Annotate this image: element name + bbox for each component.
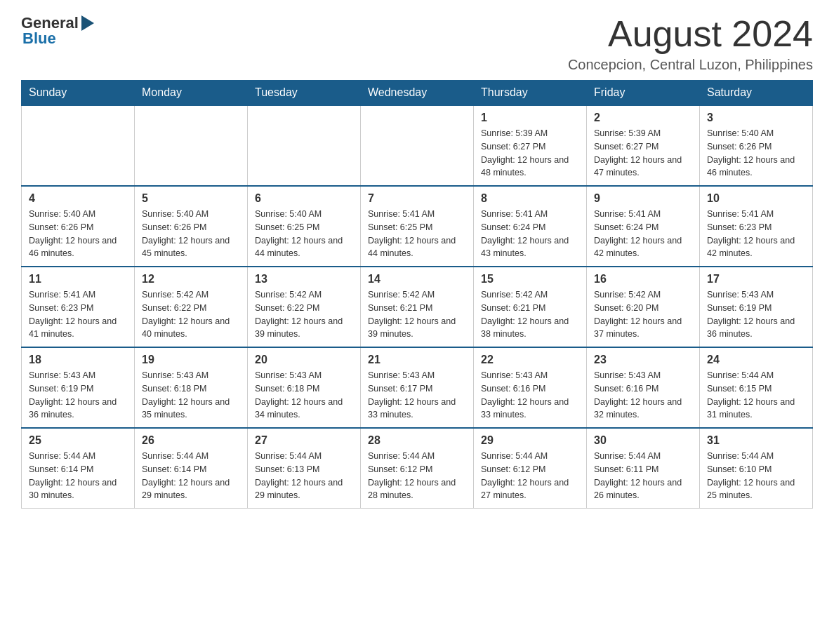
day-header-wednesday: Wednesday bbox=[361, 81, 474, 106]
calendar-cell: 9Sunrise: 5:41 AMSunset: 6:24 PMDaylight… bbox=[587, 186, 700, 267]
calendar-cell: 18Sunrise: 5:43 AMSunset: 6:19 PMDayligh… bbox=[22, 347, 135, 428]
day-header-friday: Friday bbox=[587, 81, 700, 106]
calendar-cell: 16Sunrise: 5:42 AMSunset: 6:20 PMDayligh… bbox=[587, 267, 700, 347]
day-number: 13 bbox=[255, 273, 353, 286]
day-number: 23 bbox=[594, 354, 692, 366]
day-info: Sunrise: 5:39 AMSunset: 6:27 PMDaylight:… bbox=[481, 127, 579, 180]
day-number: 5 bbox=[142, 192, 240, 205]
day-number: 24 bbox=[707, 354, 805, 366]
day-number: 8 bbox=[481, 192, 579, 205]
day-info: Sunrise: 5:40 AMSunset: 6:26 PMDaylight:… bbox=[142, 208, 240, 260]
day-number: 26 bbox=[142, 434, 240, 447]
logo: General Blue bbox=[21, 14, 94, 48]
day-info: Sunrise: 5:39 AMSunset: 6:27 PMDaylight:… bbox=[594, 127, 692, 180]
calendar-cell: 6Sunrise: 5:40 AMSunset: 6:25 PMDaylight… bbox=[248, 186, 361, 267]
day-info: Sunrise: 5:41 AMSunset: 6:25 PMDaylight:… bbox=[368, 208, 466, 260]
svg-marker-0 bbox=[81, 15, 94, 31]
day-info: Sunrise: 5:44 AMSunset: 6:12 PMDaylight:… bbox=[481, 450, 579, 502]
day-number: 22 bbox=[481, 354, 579, 366]
page-header: General Blue August 2024 Concepcion, Cen… bbox=[21, 14, 813, 73]
calendar-cell: 22Sunrise: 5:43 AMSunset: 6:16 PMDayligh… bbox=[474, 347, 587, 428]
day-info: Sunrise: 5:41 AMSunset: 6:24 PMDaylight:… bbox=[594, 208, 692, 260]
day-info: Sunrise: 5:43 AMSunset: 6:19 PMDaylight:… bbox=[707, 288, 805, 341]
day-number: 28 bbox=[368, 434, 466, 447]
day-number: 6 bbox=[255, 192, 353, 205]
day-header-monday: Monday bbox=[135, 81, 248, 106]
calendar-week-row: 18Sunrise: 5:43 AMSunset: 6:19 PMDayligh… bbox=[22, 347, 813, 428]
calendar-cell: 21Sunrise: 5:43 AMSunset: 6:17 PMDayligh… bbox=[361, 347, 474, 428]
calendar-cell: 23Sunrise: 5:43 AMSunset: 6:16 PMDayligh… bbox=[587, 347, 700, 428]
calendar-week-row: 4Sunrise: 5:40 AMSunset: 6:26 PMDaylight… bbox=[22, 186, 813, 267]
day-number: 30 bbox=[594, 434, 692, 447]
day-info: Sunrise: 5:43 AMSunset: 6:16 PMDaylight:… bbox=[481, 369, 579, 422]
day-number: 1 bbox=[481, 112, 579, 124]
calendar-cell: 8Sunrise: 5:41 AMSunset: 6:24 PMDaylight… bbox=[474, 186, 587, 267]
day-number: 3 bbox=[707, 112, 805, 124]
day-info: Sunrise: 5:44 AMSunset: 6:11 PMDaylight:… bbox=[594, 450, 692, 502]
day-info: Sunrise: 5:44 AMSunset: 6:15 PMDaylight:… bbox=[707, 369, 805, 422]
calendar-cell: 10Sunrise: 5:41 AMSunset: 6:23 PMDayligh… bbox=[700, 186, 813, 267]
day-header-sunday: Sunday bbox=[22, 81, 135, 106]
logo-arrow-icon bbox=[80, 15, 94, 31]
logo-text-blue: Blue bbox=[22, 29, 56, 48]
calendar-cell: 25Sunrise: 5:44 AMSunset: 6:14 PMDayligh… bbox=[22, 428, 135, 509]
day-info: Sunrise: 5:43 AMSunset: 6:18 PMDaylight:… bbox=[255, 369, 353, 422]
day-info: Sunrise: 5:42 AMSunset: 6:20 PMDaylight:… bbox=[594, 288, 692, 341]
day-number: 12 bbox=[142, 273, 240, 286]
day-number: 11 bbox=[29, 273, 127, 286]
day-number: 19 bbox=[142, 354, 240, 366]
day-info: Sunrise: 5:41 AMSunset: 6:23 PMDaylight:… bbox=[707, 208, 805, 260]
day-info: Sunrise: 5:43 AMSunset: 6:17 PMDaylight:… bbox=[368, 369, 466, 422]
calendar-cell bbox=[135, 105, 248, 186]
day-info: Sunrise: 5:44 AMSunset: 6:14 PMDaylight:… bbox=[29, 450, 127, 502]
day-info: Sunrise: 5:40 AMSunset: 6:26 PMDaylight:… bbox=[707, 127, 805, 180]
calendar-cell: 11Sunrise: 5:41 AMSunset: 6:23 PMDayligh… bbox=[22, 267, 135, 347]
title-section: August 2024 Concepcion, Central Luzon, P… bbox=[568, 14, 813, 73]
day-info: Sunrise: 5:41 AMSunset: 6:23 PMDaylight:… bbox=[29, 288, 127, 341]
day-number: 4 bbox=[29, 192, 127, 205]
calendar-cell bbox=[248, 105, 361, 186]
day-number: 16 bbox=[594, 273, 692, 286]
calendar-cell: 24Sunrise: 5:44 AMSunset: 6:15 PMDayligh… bbox=[700, 347, 813, 428]
calendar-cell bbox=[361, 105, 474, 186]
day-number: 14 bbox=[368, 273, 466, 286]
calendar-cell: 1Sunrise: 5:39 AMSunset: 6:27 PMDaylight… bbox=[474, 105, 587, 186]
calendar-cell: 26Sunrise: 5:44 AMSunset: 6:14 PMDayligh… bbox=[135, 428, 248, 509]
day-info: Sunrise: 5:44 AMSunset: 6:12 PMDaylight:… bbox=[368, 450, 466, 502]
day-number: 2 bbox=[594, 112, 692, 124]
day-number: 10 bbox=[707, 192, 805, 205]
day-info: Sunrise: 5:44 AMSunset: 6:14 PMDaylight:… bbox=[142, 450, 240, 502]
location-title: Concepcion, Central Luzon, Philippines bbox=[568, 57, 813, 73]
day-number: 31 bbox=[707, 434, 805, 447]
day-number: 17 bbox=[707, 273, 805, 286]
days-of-week-row: SundayMondayTuesdayWednesdayThursdayFrid… bbox=[22, 81, 813, 106]
calendar-week-row: 11Sunrise: 5:41 AMSunset: 6:23 PMDayligh… bbox=[22, 267, 813, 347]
day-info: Sunrise: 5:44 AMSunset: 6:10 PMDaylight:… bbox=[707, 450, 805, 502]
day-number: 29 bbox=[481, 434, 579, 447]
day-number: 9 bbox=[594, 192, 692, 205]
day-info: Sunrise: 5:42 AMSunset: 6:21 PMDaylight:… bbox=[368, 288, 466, 341]
calendar-table: SundayMondayTuesdayWednesdayThursdayFrid… bbox=[21, 80, 813, 509]
calendar-cell: 17Sunrise: 5:43 AMSunset: 6:19 PMDayligh… bbox=[700, 267, 813, 347]
calendar-cell: 2Sunrise: 5:39 AMSunset: 6:27 PMDaylight… bbox=[587, 105, 700, 186]
calendar-cell: 13Sunrise: 5:42 AMSunset: 6:22 PMDayligh… bbox=[248, 267, 361, 347]
calendar-cell: 30Sunrise: 5:44 AMSunset: 6:11 PMDayligh… bbox=[587, 428, 700, 509]
day-info: Sunrise: 5:42 AMSunset: 6:21 PMDaylight:… bbox=[481, 288, 579, 341]
day-header-thursday: Thursday bbox=[474, 81, 587, 106]
day-number: 15 bbox=[481, 273, 579, 286]
day-info: Sunrise: 5:44 AMSunset: 6:13 PMDaylight:… bbox=[255, 450, 353, 502]
day-number: 7 bbox=[368, 192, 466, 205]
day-info: Sunrise: 5:40 AMSunset: 6:25 PMDaylight:… bbox=[255, 208, 353, 260]
calendar-week-row: 1Sunrise: 5:39 AMSunset: 6:27 PMDaylight… bbox=[22, 105, 813, 186]
day-header-tuesday: Tuesday bbox=[248, 81, 361, 106]
calendar-cell: 3Sunrise: 5:40 AMSunset: 6:26 PMDaylight… bbox=[700, 105, 813, 186]
day-info: Sunrise: 5:43 AMSunset: 6:19 PMDaylight:… bbox=[29, 369, 127, 422]
calendar-cell: 29Sunrise: 5:44 AMSunset: 6:12 PMDayligh… bbox=[474, 428, 587, 509]
calendar-week-row: 25Sunrise: 5:44 AMSunset: 6:14 PMDayligh… bbox=[22, 428, 813, 509]
calendar-cell: 28Sunrise: 5:44 AMSunset: 6:12 PMDayligh… bbox=[361, 428, 474, 509]
day-number: 27 bbox=[255, 434, 353, 447]
calendar-cell: 20Sunrise: 5:43 AMSunset: 6:18 PMDayligh… bbox=[248, 347, 361, 428]
month-title: August 2024 bbox=[568, 14, 813, 54]
day-info: Sunrise: 5:43 AMSunset: 6:18 PMDaylight:… bbox=[142, 369, 240, 422]
day-info: Sunrise: 5:42 AMSunset: 6:22 PMDaylight:… bbox=[142, 288, 240, 341]
